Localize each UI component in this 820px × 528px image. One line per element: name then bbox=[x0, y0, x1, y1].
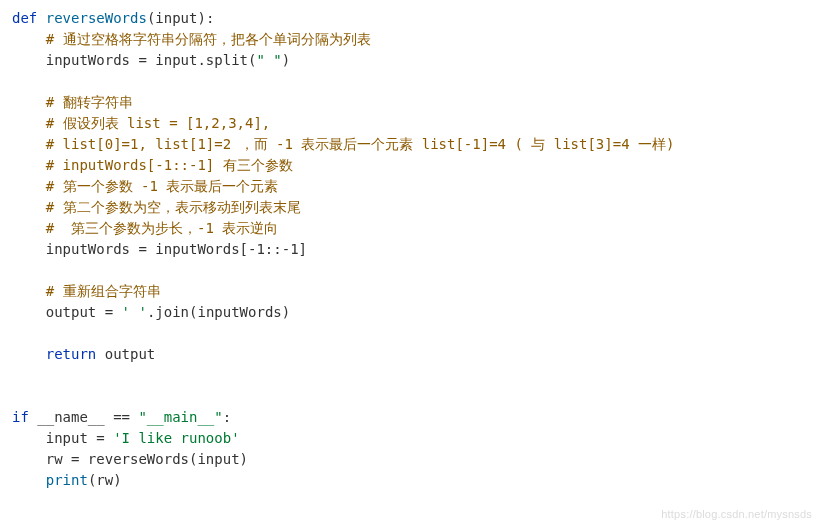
string-literal: " " bbox=[256, 52, 281, 68]
comment: # 翻转字符串 bbox=[46, 94, 133, 110]
string-literal: ' ' bbox=[122, 304, 147, 320]
comment: # 第二个参数为空，表示移动到列表末尾 bbox=[46, 199, 301, 215]
code-text: output bbox=[96, 346, 155, 362]
code-text: (input): bbox=[147, 10, 214, 26]
code-text: __name__ == bbox=[29, 409, 139, 425]
comment: # 假设列表 list = [1,2,3,4], bbox=[46, 115, 271, 131]
comment: # 第三个参数为步长，-1 表示逆向 bbox=[46, 220, 279, 236]
func-print: print bbox=[46, 472, 88, 488]
comment: # 通过空格将字符串分隔符，把各个单词分隔为列表 bbox=[46, 31, 371, 47]
func-name: reverseWords bbox=[46, 10, 147, 26]
code-text: : bbox=[223, 409, 231, 425]
keyword-if: if bbox=[12, 409, 29, 425]
keyword-return: return bbox=[46, 346, 97, 362]
code-text: output = bbox=[46, 304, 122, 320]
comment: # list[0]=1, list[1]=2 ，而 -1 表示最后一个元素 li… bbox=[46, 136, 675, 152]
code-text: (rw) bbox=[88, 472, 122, 488]
string-literal: "__main__" bbox=[138, 409, 222, 425]
code-text: input = bbox=[46, 430, 113, 446]
keyword-def: def bbox=[12, 10, 37, 26]
code-text: rw = reverseWords(input) bbox=[46, 451, 248, 467]
code-text: .join(inputWords) bbox=[147, 304, 290, 320]
comment: # 重新组合字符串 bbox=[46, 283, 161, 299]
code-block: def reverseWords(input): # 通过空格将字符串分隔符，把… bbox=[12, 8, 808, 491]
code-text: ) bbox=[282, 52, 290, 68]
code-text: inputWords = input.split( bbox=[46, 52, 257, 68]
comment: # 第一个参数 -1 表示最后一个元素 bbox=[46, 178, 279, 194]
watermark: https://blog.csdn.net/mysnsds bbox=[661, 506, 812, 523]
string-literal: 'I like runoob' bbox=[113, 430, 239, 446]
comment: # inputWords[-1::-1] 有三个参数 bbox=[46, 157, 293, 173]
code-text: inputWords = inputWords[-1::-1] bbox=[46, 241, 307, 257]
